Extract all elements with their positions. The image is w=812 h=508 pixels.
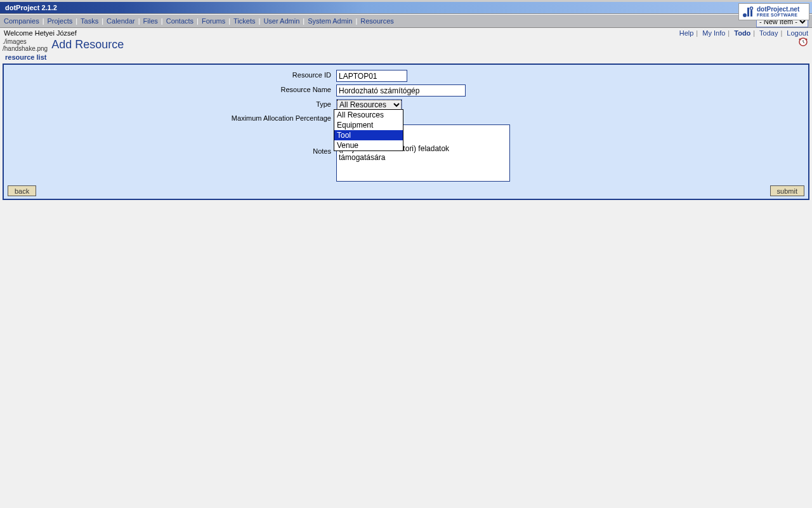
svg-rect-1	[747, 8, 749, 17]
logout-link[interactable]: Logout	[787, 29, 808, 37]
page-title: Add Resource	[51, 38, 124, 51]
brand-line1: dotProject.net	[757, 6, 799, 13]
type-label: Type	[4, 98, 334, 112]
today-link[interactable]: Today	[759, 29, 778, 37]
resource-name-input[interactable]	[336, 84, 466, 97]
welcome-text: Welcome Hetyei József	[4, 29, 77, 37]
menu-files[interactable]: Files	[143, 17, 158, 25]
todo-link[interactable]: Todo	[734, 29, 750, 37]
help-link[interactable]: Help	[679, 29, 694, 37]
resource-list-link[interactable]: resource list	[5, 53, 46, 61]
menu-user-admin[interactable]: User Admin	[263, 17, 299, 25]
svg-point-6	[806, 39, 808, 41]
resource-name-label: Resource Name	[4, 83, 334, 98]
menu-resources[interactable]: Resources	[360, 17, 394, 25]
menu-tickets[interactable]: Tickets	[233, 17, 255, 25]
type-option-venue[interactable]: Venue	[334, 140, 403, 150]
submit-button[interactable]: submit	[770, 185, 804, 196]
svg-point-0	[743, 13, 747, 17]
menu-tasks[interactable]: Tasks	[81, 17, 98, 25]
svg-rect-2	[750, 10, 752, 17]
svg-point-3	[750, 7, 753, 10]
form-panel: Resource ID Resource Name Type All Resou…	[3, 64, 809, 200]
back-button[interactable]: back	[8, 185, 36, 196]
app-title: dotProject 2.1.2	[5, 4, 57, 11]
menu-calendar[interactable]: Calendar	[107, 17, 135, 25]
resource-id-input[interactable]	[336, 70, 407, 82]
notes-label: Notes	[4, 123, 334, 184]
menu-companies[interactable]: Companies	[4, 17, 39, 25]
type-option-equipment[interactable]: Equipment	[334, 120, 403, 130]
clock-icon[interactable]	[798, 37, 808, 47]
menu-forums[interactable]: Forums	[202, 17, 225, 25]
brand-logo[interactable]: dotProject.net FREE SOFTWARE	[738, 3, 809, 20]
menu-system-admin[interactable]: System Admin	[308, 17, 352, 25]
myinfo-link[interactable]: My Info	[702, 29, 725, 37]
type-option-tool[interactable]: Tool	[334, 130, 403, 140]
menu-contacts[interactable]: Contacts	[166, 17, 193, 25]
handshake-icon: ./images /handshake.png	[3, 38, 48, 52]
type-option-all-resources[interactable]: All Resources	[334, 110, 403, 120]
main-menu: Companies|Projects|Tasks|Calendar|Files|…	[0, 14, 812, 28]
svg-point-5	[799, 39, 801, 41]
menu-projects[interactable]: Projects	[48, 17, 73, 25]
type-dropdown-list: All ResourcesEquipmentToolVenue	[334, 109, 403, 151]
max-alloc-label: Maximum Allocation Percentage	[4, 112, 334, 123]
resource-id-label: Resource ID	[4, 69, 334, 83]
brand-line2: FREE SOFTWARE	[757, 13, 799, 17]
